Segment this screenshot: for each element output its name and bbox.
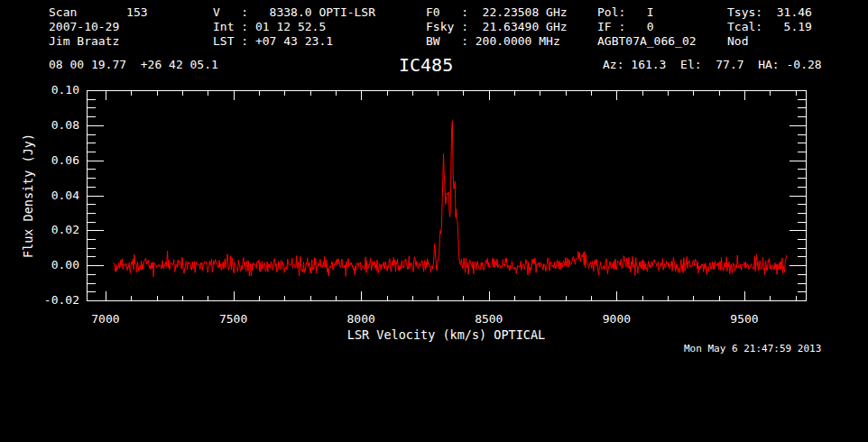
x-tick-label: 7500 (219, 312, 247, 326)
spectrum-plot: 700075008000850090009500-0.020.000.020.0… (0, 0, 868, 442)
y-tick-label: 0.04 (51, 189, 79, 202)
plot-timestamp: Mon May 6 21:47:59 2013 (684, 343, 821, 355)
y-tick-label: 0.06 (51, 153, 79, 167)
x-tick-label: 9000 (603, 312, 631, 326)
y-tick-label: 0.10 (51, 83, 79, 97)
y-tick-label: 0.00 (51, 258, 79, 272)
x-tick-label: 8500 (475, 312, 503, 326)
y-tick-label: -0.02 (44, 293, 79, 307)
x-tick-label: 9500 (730, 312, 758, 326)
x-axis-label: LSR Velocity (km/s) OPTICAL (347, 327, 545, 342)
y-tick-label: 0.08 (51, 118, 79, 132)
y-axis-label: Flux Density (Jy) (21, 134, 35, 258)
spectrum-line (114, 121, 787, 277)
x-tick-label: 8000 (347, 312, 375, 326)
x-tick-label: 7000 (91, 312, 119, 326)
y-tick-label: 0.02 (51, 223, 79, 236)
